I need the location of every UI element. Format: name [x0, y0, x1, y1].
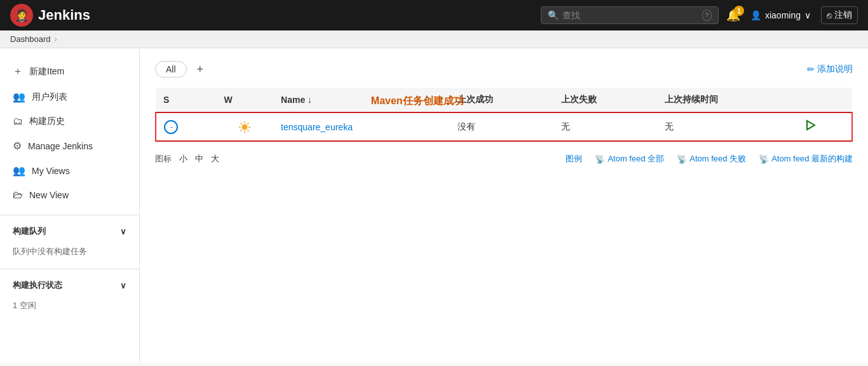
table-footer: 图标 小 中 大 图例 📡 Atom feed 全部 📡 Atom feed 失… — [155, 152, 853, 166]
build-queue-title: 构建队列 — [13, 226, 46, 237]
job-last-duration-cell: 无 — [657, 112, 797, 141]
my-views-icon: 👥 — [13, 165, 25, 177]
svg-line-5 — [241, 123, 242, 124]
search-help-icon[interactable]: ? — [702, 10, 712, 21]
logout-button[interactable]: ⎋ 注销 — [821, 6, 858, 24]
table-header-row: S W Name ↓ Maven任务创建成功 上次成功 上次失败 上次持续时间 — [156, 88, 852, 112]
tab-all[interactable]: All — [155, 61, 187, 78]
sidebar: ＋ 新建Item 👥 用户列表 🗂 构建历史 ⚙ Manage Jenkins … — [0, 48, 140, 363]
job-weather-cell — [217, 112, 273, 141]
svg-line-6 — [248, 130, 249, 131]
svg-line-7 — [248, 123, 249, 124]
job-last-failure-cell: 无 — [553, 112, 657, 141]
build-queue-header: 构建队列 ∨ — [0, 220, 139, 242]
add-description-button[interactable]: ✏ 添加说明 — [807, 64, 853, 75]
logo-icon: 🤵 — [10, 4, 33, 27]
search-input[interactable] — [562, 10, 698, 20]
search-box[interactable]: 🔍 ? — [541, 6, 719, 24]
col-name: Name ↓ Maven任务创建成功 — [273, 88, 450, 112]
build-queue-empty: 队列中没有构建任务 — [0, 242, 139, 261]
col-status: S — [156, 88, 217, 112]
sidebar-item-manage-jenkins[interactable]: ⚙ Manage Jenkins — [0, 133, 139, 158]
atom-feed-fail-link[interactable]: 📡 Atom feed 失败 — [677, 153, 746, 165]
sidebar-item-new-item[interactable]: ＋ 新建Item — [0, 58, 139, 85]
user-icon: 👤 — [750, 10, 761, 20]
tab-add-button[interactable]: + — [197, 63, 204, 76]
svg-line-8 — [241, 130, 242, 131]
sidebar-label-build-history: 构建历史 — [29, 116, 65, 127]
user-dropdown-icon: ∨ — [804, 10, 811, 20]
svg-marker-9 — [807, 121, 815, 130]
search-icon: 🔍 — [548, 10, 559, 20]
breadcrumb-separator: › — [55, 34, 57, 44]
new-item-icon: ＋ — [13, 65, 23, 78]
sidebar-label-manage-jenkins: Manage Jenkins — [28, 141, 93, 151]
svg-point-0 — [242, 125, 247, 130]
job-name-cell: tensquare_eureka — [273, 112, 450, 141]
new-view-icon: 🗁 — [13, 189, 23, 201]
col-last-success: 上次成功 — [450, 88, 553, 112]
tab-area: All + — [155, 61, 203, 78]
notification-badge: 1 — [734, 6, 744, 16]
manage-jenkins-icon: ⚙ — [13, 140, 22, 152]
add-desc-label: 添加说明 — [817, 64, 853, 75]
job-weather-icon — [224, 121, 266, 133]
build-executor-status: 1 空闲 — [0, 296, 139, 315]
build-history-icon: 🗂 — [13, 116, 23, 127]
main-toolbar: All + ✏ 添加说明 — [155, 61, 853, 78]
size-medium-button[interactable]: 中 — [193, 152, 206, 166]
user-menu-button[interactable]: 👤 xiaoming ∨ — [750, 10, 811, 20]
atom-latest-icon: 📡 — [759, 154, 769, 164]
build-executor-title: 构建执行状态 — [13, 280, 62, 291]
logo-text: Jenkins — [38, 7, 90, 24]
atom-feed-all-link[interactable]: 📡 Atom feed 全部 — [595, 153, 664, 165]
icon-size-label: 图标 — [155, 153, 172, 165]
job-name-link[interactable]: tensquare_eureka — [281, 122, 353, 132]
notification-button[interactable]: 🔔 1 — [726, 8, 740, 22]
job-status-cell: ··· — [156, 112, 217, 141]
build-queue-section: 构建队列 ∨ 队列中没有构建任务 — [0, 215, 139, 261]
size-large-button[interactable]: 大 — [208, 152, 222, 166]
jobs-table: S W Name ↓ Maven任务创建成功 上次成功 上次失败 上次持续时间 — [155, 88, 853, 142]
username-label: xiaoming — [765, 10, 801, 20]
user-list-icon: 👥 — [13, 91, 25, 103]
col-actions — [797, 88, 853, 112]
sidebar-label-user-list: 用户列表 — [32, 92, 67, 103]
atom-all-icon: 📡 — [595, 154, 605, 164]
header: 🤵 Jenkins 🔍 ? 🔔 1 👤 xiaoming ∨ ⎋ 注销 — [0, 0, 868, 30]
sidebar-item-my-views[interactable]: 👥 My Views — [0, 158, 139, 183]
breadcrumb: Dashboard › — [0, 30, 868, 48]
sidebar-label-new-view: New View — [29, 190, 69, 200]
main-content: All + ✏ 添加说明 S W Name ↓ Maven任务创建成功 上次成功 — [140, 48, 868, 363]
job-status-icon: ··· — [164, 120, 178, 134]
col-last-failure: 上次失败 — [553, 88, 657, 112]
build-queue-chevron: ∨ — [120, 227, 126, 236]
atom-fail-label: Atom feed 失败 — [689, 153, 746, 165]
pencil-icon: ✏ — [807, 64, 815, 74]
logout-icon: ⎋ — [827, 10, 832, 20]
sidebar-item-new-view[interactable]: 🗁 New View — [0, 183, 139, 207]
job-last-success-cell: 没有 — [450, 112, 553, 141]
atom-fail-icon: 📡 — [677, 154, 687, 164]
job-run-cell — [797, 112, 853, 141]
build-executor-chevron: ∨ — [120, 281, 126, 290]
icon-size-group: 图标 小 中 大 — [155, 152, 222, 166]
sidebar-item-user-list[interactable]: 👥 用户列表 — [0, 85, 139, 109]
page-layout: ＋ 新建Item 👥 用户列表 🗂 构建历史 ⚙ Manage Jenkins … — [0, 48, 868, 363]
atom-latest-label: Atom feed 最新的构建 — [771, 153, 853, 165]
logo[interactable]: 🤵 Jenkins — [10, 4, 90, 27]
table-row: ··· — [156, 112, 852, 141]
col-last-duration: 上次持续时间 — [657, 88, 797, 112]
sidebar-item-build-history[interactable]: 🗂 构建历史 — [0, 109, 139, 133]
atom-feed-latest-link[interactable]: 📡 Atom feed 最新的构建 — [759, 153, 853, 165]
breadcrumb-dashboard[interactable]: Dashboard — [10, 34, 51, 44]
legend-link[interactable]: 图例 — [566, 153, 582, 165]
logout-label: 注销 — [834, 10, 852, 21]
build-executor-section: 构建执行状态 ∨ 1 空闲 — [0, 269, 139, 315]
job-run-button[interactable] — [804, 119, 816, 134]
sidebar-label-my-views: My Views — [32, 166, 70, 176]
build-executor-header: 构建执行状态 ∨ — [0, 274, 139, 296]
size-small-button[interactable]: 小 — [177, 152, 190, 166]
sidebar-label-new-item: 新建Item — [29, 66, 64, 78]
header-actions: 🔔 1 👤 xiaoming ∨ ⎋ 注销 — [726, 6, 858, 24]
